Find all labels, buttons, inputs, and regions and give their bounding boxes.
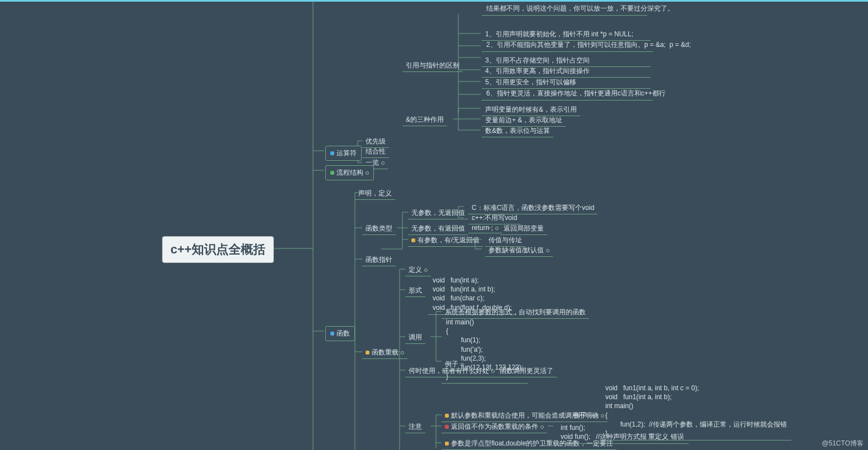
ov-when-label: 何时使用，或者有什么好处 xyxy=(409,367,489,375)
ft-hasarg-default-label: 参数缺省值/默认值 xyxy=(488,246,544,254)
ov-def-label: 定义 xyxy=(409,266,422,274)
ov-note-2-label: 返回值不作为函数重载的条件 xyxy=(451,423,538,430)
ft-hasarg-default[interactable]: 参数缺省值/默认值 xyxy=(485,245,553,257)
root-label: c++知识点全概括 xyxy=(170,242,265,256)
orange-bullet-icon xyxy=(411,238,415,242)
overload-title[interactable]: 函数重载 xyxy=(362,347,407,359)
ov-when[interactable]: 何时使用，或者有什么好处 xyxy=(405,365,498,377)
flow-label: 流程结构 xyxy=(336,169,363,176)
ref-ptr-title[interactable]: 引用与指针的区别 xyxy=(402,60,463,72)
watermark: @51CTO博客 xyxy=(822,439,864,448)
ft-noarg-noret[interactable]: 无参数，无返回值 xyxy=(408,207,468,219)
ft-hasarg-label: 有参数，有/无返回值 xyxy=(418,236,480,244)
blue-bullet-icon xyxy=(330,332,334,336)
expand-icon xyxy=(424,269,428,272)
prev-note[interactable]: 结果都不同，说明这个问题，你可以放一放，不要过分深究了。 xyxy=(482,2,647,16)
red-bullet-icon xyxy=(445,425,449,429)
ref-ptr-2[interactable]: 2、引用不能指向其他变量了，指针则可以任意指向。p = &a; p = &d; xyxy=(482,38,653,52)
ov-when-ans[interactable]: 函数调用更灵活了 xyxy=(496,365,557,377)
ov-note[interactable]: 注意 xyxy=(405,421,425,433)
expand-icon xyxy=(401,351,404,355)
ft-retlocal[interactable]: 返回局部变量 xyxy=(500,223,547,235)
ft-noarg-ret[interactable]: 无参数，有返回值 xyxy=(408,223,468,235)
ref-ptr-6[interactable]: 6、指针更灵活，直接操作地址，指针更通用c语言和c++都行 xyxy=(482,87,653,100)
ov-note-3-label: 参数是浮点型float,double的护卫重载的函数，一定要注 xyxy=(451,439,613,447)
expand-icon xyxy=(540,425,544,429)
green-bullet-icon xyxy=(330,171,334,175)
ref-ptr-4[interactable]: 4、引用效率更高，指针式间接操作 xyxy=(482,65,651,78)
blue-bullet-icon xyxy=(330,151,334,155)
overload-label: 函数重载 xyxy=(372,348,399,356)
amp-title[interactable]: &的三种作用 xyxy=(402,114,447,126)
expand-icon xyxy=(589,414,592,418)
func-label: 函数 xyxy=(336,329,350,337)
ov-note-1-ex[interactable]: 例子 xyxy=(570,410,596,422)
func-node[interactable]: 函数 xyxy=(325,326,355,341)
orange-bullet-icon xyxy=(366,351,369,355)
expand-icon xyxy=(366,171,369,175)
ov-form[interactable]: 形式 xyxy=(405,285,425,297)
ft-hasarg[interactable]: 有参数，有/无返回值 xyxy=(408,234,483,247)
func-decl[interactable]: 声明，定义 xyxy=(355,188,395,200)
func-ptr[interactable]: 函数指针 xyxy=(362,254,396,266)
amp-3[interactable]: 数&数，表示位与运算 xyxy=(482,125,553,137)
orange-bullet-icon xyxy=(445,414,449,418)
ov-def[interactable]: 定义 xyxy=(405,264,431,276)
ov-call[interactable]: 调用 xyxy=(405,332,425,344)
root-node[interactable]: c++知识点全概括 xyxy=(162,236,274,263)
expand-icon xyxy=(546,249,549,252)
expand-icon xyxy=(495,227,499,230)
op-assoc[interactable]: 结合性 xyxy=(362,146,389,158)
expand-icon xyxy=(491,370,495,373)
operator-label: 运算符 xyxy=(336,149,357,157)
ov-note-1-ex-label: 例子 xyxy=(573,411,587,419)
expand-icon xyxy=(381,161,385,165)
ov-note-3[interactable]: 参数是浮点型float,double的护卫重载的函数，一定要注 xyxy=(442,438,616,450)
orange-bullet-icon xyxy=(445,442,449,446)
flow-node[interactable]: 流程结构 xyxy=(325,165,374,180)
ov-note-2[interactable]: 返回值不作为函数重载的条件 xyxy=(442,421,547,433)
ft-return[interactable]: return ; xyxy=(468,223,502,233)
func-type-title[interactable]: 函数类型 xyxy=(362,223,396,235)
operator-node[interactable]: 运算符 xyxy=(325,146,362,161)
ft-return-label: return ; xyxy=(472,224,493,232)
